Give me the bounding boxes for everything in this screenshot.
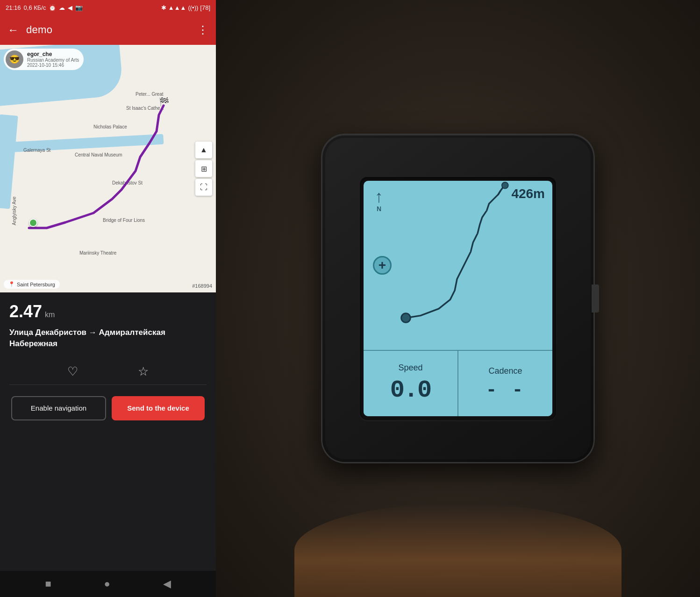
svg-point-1 [401, 313, 411, 323]
app-title: demo [26, 24, 190, 36]
speed-label: Speed [398, 363, 422, 373]
status-data-speed: 0,6 КБ/с [24, 4, 46, 11]
phone-panel: 21:16 0,6 КБ/с ⏰ ☁ ◀ 📷 ✱ ▲▲▲ ((•)) [78] … [0, 0, 216, 597]
location-text: Saint Petersburg [17, 282, 55, 287]
bluetooth-icon: ✱ [161, 4, 166, 11]
camera-icon: 📷 [75, 4, 83, 11]
location-icon: ◀ [68, 4, 72, 11]
start-marker [29, 219, 37, 227]
user-overlay: 😎 egor_che Russian Academy of Arts 2022-… [4, 49, 84, 70]
cadence-value: - - [486, 380, 525, 401]
distance-value: 2.47 [9, 302, 42, 321]
cadence-label: Cadence [488, 366, 522, 376]
status-bar: 21:16 0,6 КБ/с ⏰ ☁ ◀ 📷 ✱ ▲▲▲ ((•)) [78] [0, 0, 216, 15]
route-path: 🏁 [0, 45, 216, 292]
compass-button[interactable]: ▲ [195, 142, 212, 158]
speed-value: 0.0 [390, 377, 431, 404]
gps-screen: ↑ N 426m + [364, 181, 552, 416]
distance-row: 2.47 km [9, 302, 207, 321]
user-avatar: 😎 [6, 50, 23, 68]
send-to-device-button[interactable]: Send to the device [112, 396, 205, 420]
back-button[interactable]: ← [7, 23, 19, 36]
fullscreen-button[interactable]: ⛶ [195, 179, 212, 196]
screen-bezel: ↑ N 426m + [360, 177, 556, 420]
nav-square-button[interactable]: ■ [45, 578, 51, 590]
cadence-col: Cadence - - [458, 351, 552, 416]
screen-data-area: Speed 0.0 Cadence - - [364, 351, 552, 416]
nav-back-button[interactable]: ◀ [163, 578, 171, 590]
route-id: #168994 [192, 283, 212, 289]
speed-col: Speed 0.0 [364, 351, 458, 416]
like-button[interactable]: ♡ [67, 364, 78, 379]
cloud-icon: ☁ [59, 4, 65, 11]
user-meta: Russian Academy of Arts [27, 57, 79, 63]
user-date: 2022-10-10 15:46 [27, 63, 79, 68]
star-button[interactable]: ☆ [138, 364, 149, 379]
nav-home-button[interactable]: ● [104, 578, 110, 590]
battery-icon: [78] [200, 4, 210, 11]
hand-overlay [294, 504, 621, 597]
more-button[interactable]: ⋮ [197, 23, 208, 36]
user-name: egor_che [27, 51, 79, 57]
map-controls: ▲ ⊞ ⛶ [195, 142, 212, 196]
screen-map-area: ↑ N 426m + [364, 181, 552, 351]
location-label: 📍 Saint Petersburg [4, 280, 60, 289]
layers-button[interactable]: ⊞ [195, 160, 212, 177]
info-panel: 2.47 km Улица Декабристов → Адмиралтейск… [0, 292, 216, 571]
enable-navigation-button[interactable]: Enable navigation [11, 396, 106, 420]
distance-unit: km [45, 311, 55, 319]
device-panel: ↑ N 426m + [216, 0, 700, 597]
buttons-row: Enable navigation Send to the device [9, 396, 207, 420]
status-time: 21:16 [6, 4, 21, 11]
svg-text:🏁: 🏁 [159, 97, 170, 107]
side-button[interactable] [592, 284, 599, 313]
alarm-icon: ⏰ [49, 4, 56, 11]
route-name: Улица Декабристов → Адмиралтейская Набер… [9, 327, 207, 349]
app-bar: ← demo ⋮ [0, 15, 216, 45]
svg-point-2 [502, 182, 508, 189]
wifi-icon: ((•)) [188, 4, 198, 11]
location-pin-icon: 📍 [8, 281, 15, 287]
signal-icon: ▲▲▲ [168, 4, 186, 11]
map-container: Nicholas Palace Central Naval Museum St … [0, 45, 216, 292]
bottom-nav: ■ ● ◀ [0, 571, 216, 597]
action-icons: ♡ ☆ [9, 359, 207, 385]
gps-route-svg [364, 181, 552, 350]
gps-device: ↑ N 426m + [322, 135, 593, 462]
